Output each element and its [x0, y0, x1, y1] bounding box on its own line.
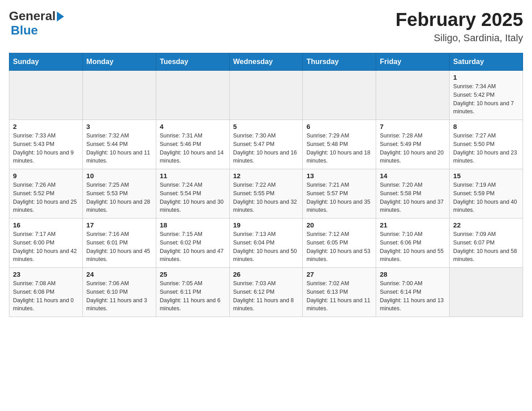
day-info: Sunrise: 7:16 AMSunset: 6:01 PMDaylight:… [86, 230, 152, 264]
location-subtitle: Siligo, Sardinia, Italy [395, 32, 523, 44]
day-info: Sunrise: 7:12 AMSunset: 6:05 PMDaylight:… [306, 230, 372, 264]
calendar-cell: 21Sunrise: 7:10 AMSunset: 6:06 PMDayligh… [376, 218, 450, 268]
calendar-cell: 22Sunrise: 7:09 AMSunset: 6:07 PMDayligh… [450, 218, 523, 268]
calendar-cell: 7Sunrise: 7:28 AMSunset: 5:49 PMDaylight… [376, 120, 450, 169]
calendar-cell: 6Sunrise: 7:29 AMSunset: 5:48 PMDaylight… [303, 120, 376, 169]
day-info: Sunrise: 7:06 AMSunset: 6:10 PMDaylight:… [86, 279, 152, 313]
day-number: 8 [453, 123, 519, 130]
day-number: 5 [233, 123, 299, 130]
day-info: Sunrise: 7:24 AMSunset: 5:54 PMDaylight:… [160, 181, 226, 214]
day-number: 19 [233, 221, 299, 229]
calendar-cell [82, 71, 156, 120]
day-number: 14 [380, 172, 446, 180]
day-number: 13 [306, 172, 372, 180]
day-info: Sunrise: 7:32 AMSunset: 5:44 PMDaylight:… [86, 132, 152, 165]
day-number: 23 [13, 270, 79, 278]
day-number: 15 [453, 172, 519, 180]
day-info: Sunrise: 7:27 AMSunset: 5:50 PMDaylight:… [453, 132, 519, 165]
day-info: Sunrise: 7:20 AMSunset: 5:58 PMDaylight:… [380, 181, 446, 214]
day-info: Sunrise: 7:09 AMSunset: 6:07 PMDaylight:… [453, 230, 519, 264]
calendar-cell [9, 71, 83, 120]
calendar-cell: 3Sunrise: 7:32 AMSunset: 5:44 PMDaylight… [82, 120, 156, 169]
day-info: Sunrise: 7:10 AMSunset: 6:06 PMDaylight:… [380, 230, 446, 264]
calendar-cell [229, 71, 303, 120]
calendar-cell: 16Sunrise: 7:17 AMSunset: 6:00 PMDayligh… [9, 218, 83, 268]
calendar-cell: 2Sunrise: 7:33 AMSunset: 5:43 PMDaylight… [9, 120, 83, 169]
calendar-cell: 17Sunrise: 7:16 AMSunset: 6:01 PMDayligh… [82, 218, 156, 268]
logo-triangle-icon [57, 12, 64, 21]
calendar-cell: 19Sunrise: 7:13 AMSunset: 6:04 PMDayligh… [229, 218, 303, 268]
title-section: February 2025 Siligo, Sardinia, Italy [395, 9, 523, 44]
day-number: 12 [233, 172, 299, 180]
day-info: Sunrise: 7:02 AMSunset: 6:13 PMDaylight:… [306, 279, 372, 313]
day-info: Sunrise: 7:34 AMSunset: 5:42 PMDaylight:… [453, 82, 519, 116]
calendar-cell [303, 71, 376, 120]
day-info: Sunrise: 7:08 AMSunset: 6:08 PMDaylight:… [13, 279, 79, 313]
day-number: 18 [160, 221, 226, 229]
calendar-cell: 26Sunrise: 7:03 AMSunset: 6:12 PMDayligh… [229, 268, 303, 317]
calendar-header: SundayMondayTuesdayWednesdayThursdayFrid… [9, 53, 523, 71]
logo-blue: Blue [11, 23, 38, 37]
day-number: 3 [86, 123, 152, 130]
day-info: Sunrise: 7:28 AMSunset: 5:49 PMDaylight:… [380, 132, 446, 165]
calendar-cell: 27Sunrise: 7:02 AMSunset: 6:13 PMDayligh… [303, 268, 376, 317]
calendar-cell [450, 268, 523, 317]
day-info: Sunrise: 7:15 AMSunset: 6:02 PMDaylight:… [160, 230, 226, 264]
calendar-cell: 12Sunrise: 7:22 AMSunset: 5:55 PMDayligh… [229, 169, 303, 218]
day-number: 1 [453, 73, 519, 81]
day-of-week-friday: Friday [376, 53, 450, 71]
day-number: 9 [13, 172, 79, 180]
week-row-3: 9Sunrise: 7:26 AMSunset: 5:52 PMDaylight… [9, 169, 523, 218]
calendar-cell: 5Sunrise: 7:30 AMSunset: 5:47 PMDaylight… [229, 120, 303, 169]
day-of-week-monday: Monday [82, 53, 156, 71]
day-number: 28 [380, 270, 446, 278]
week-row-1: 1Sunrise: 7:34 AMSunset: 5:42 PMDaylight… [9, 71, 523, 120]
month-year-title: February 2025 [395, 9, 523, 30]
day-number: 11 [160, 172, 226, 180]
day-info: Sunrise: 7:22 AMSunset: 5:55 PMDaylight:… [233, 181, 299, 214]
day-info: Sunrise: 7:30 AMSunset: 5:47 PMDaylight:… [233, 132, 299, 165]
calendar-cell: 10Sunrise: 7:25 AMSunset: 5:53 PMDayligh… [82, 169, 156, 218]
calendar-cell: 24Sunrise: 7:06 AMSunset: 6:10 PMDayligh… [82, 268, 156, 317]
calendar-cell: 14Sunrise: 7:20 AMSunset: 5:58 PMDayligh… [376, 169, 450, 218]
day-number: 26 [233, 270, 299, 278]
day-info: Sunrise: 7:03 AMSunset: 6:12 PMDaylight:… [233, 279, 299, 313]
calendar-cell: 28Sunrise: 7:00 AMSunset: 6:14 PMDayligh… [376, 268, 450, 317]
week-row-2: 2Sunrise: 7:33 AMSunset: 5:43 PMDaylight… [9, 120, 523, 169]
day-info: Sunrise: 7:19 AMSunset: 5:59 PMDaylight:… [453, 181, 519, 214]
day-number: 6 [306, 123, 372, 130]
day-number: 10 [86, 172, 152, 180]
days-of-week-row: SundayMondayTuesdayWednesdayThursdayFrid… [9, 53, 523, 71]
day-of-week-thursday: Thursday [303, 53, 376, 71]
calendar-cell: 15Sunrise: 7:19 AMSunset: 5:59 PMDayligh… [450, 169, 523, 218]
day-info: Sunrise: 7:00 AMSunset: 6:14 PMDaylight:… [380, 279, 446, 313]
day-number: 21 [380, 221, 446, 229]
calendar-cell [376, 71, 450, 120]
day-info: Sunrise: 7:21 AMSunset: 5:57 PMDaylight:… [306, 181, 372, 214]
day-of-week-wednesday: Wednesday [229, 53, 303, 71]
calendar-cell: 25Sunrise: 7:05 AMSunset: 6:11 PMDayligh… [156, 268, 229, 317]
logo: General Blue [9, 9, 64, 38]
day-info: Sunrise: 7:17 AMSunset: 6:00 PMDaylight:… [13, 230, 79, 264]
day-of-week-tuesday: Tuesday [156, 53, 229, 71]
calendar-table: SundayMondayTuesdayWednesdayThursdayFrid… [9, 53, 523, 317]
calendar-cell: 9Sunrise: 7:26 AMSunset: 5:52 PMDaylight… [9, 169, 83, 218]
calendar-cell: 23Sunrise: 7:08 AMSunset: 6:08 PMDayligh… [9, 268, 83, 317]
day-info: Sunrise: 7:33 AMSunset: 5:43 PMDaylight:… [13, 132, 79, 165]
calendar-cell: 11Sunrise: 7:24 AMSunset: 5:54 PMDayligh… [156, 169, 229, 218]
week-row-4: 16Sunrise: 7:17 AMSunset: 6:00 PMDayligh… [9, 218, 523, 268]
week-row-5: 23Sunrise: 7:08 AMSunset: 6:08 PMDayligh… [9, 268, 523, 317]
day-number: 16 [13, 221, 79, 229]
day-number: 25 [160, 270, 226, 278]
calendar-cell: 13Sunrise: 7:21 AMSunset: 5:57 PMDayligh… [303, 169, 376, 218]
day-info: Sunrise: 7:31 AMSunset: 5:46 PMDaylight:… [160, 132, 226, 165]
day-number: 2 [13, 123, 79, 130]
day-info: Sunrise: 7:05 AMSunset: 6:11 PMDaylight:… [160, 279, 226, 313]
day-number: 22 [453, 221, 519, 229]
day-number: 7 [380, 123, 446, 130]
day-of-week-saturday: Saturday [450, 53, 523, 71]
page-header: General Blue February 2025 Siligo, Sardi… [9, 9, 523, 44]
calendar-body: 1Sunrise: 7:34 AMSunset: 5:42 PMDaylight… [9, 71, 523, 317]
day-number: 20 [306, 221, 372, 229]
calendar-cell: 4Sunrise: 7:31 AMSunset: 5:46 PMDaylight… [156, 120, 229, 169]
